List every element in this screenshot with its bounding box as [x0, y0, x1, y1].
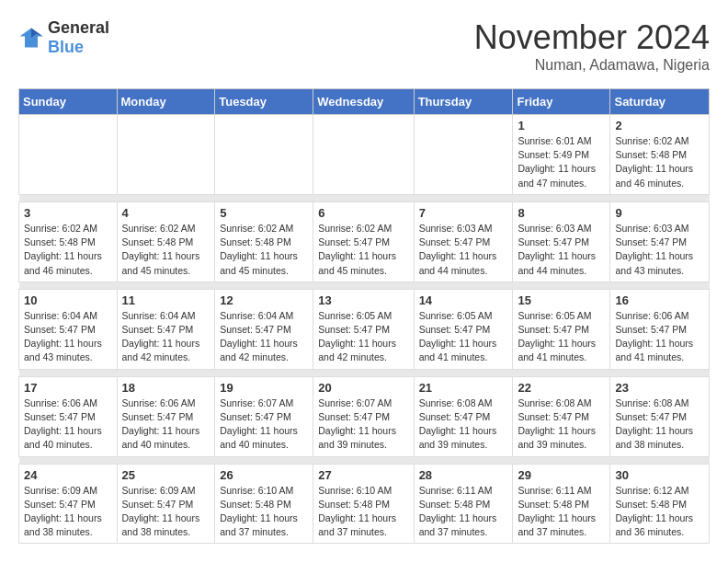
- day-number: 20: [318, 381, 408, 395]
- day-number: 11: [122, 293, 210, 307]
- week-row-2: 10Sunrise: 6:04 AM Sunset: 5:47 PM Dayli…: [19, 289, 710, 369]
- day-info: Sunrise: 6:03 AM Sunset: 5:47 PM Dayligh…: [419, 222, 508, 278]
- weekday-header-row: SundayMondayTuesdayWednesdayThursdayFrid…: [19, 89, 710, 115]
- day-cell: 11Sunrise: 6:04 AM Sunset: 5:47 PM Dayli…: [117, 289, 215, 369]
- day-number: 1: [518, 119, 605, 132]
- day-info: Sunrise: 6:01 AM Sunset: 5:49 PM Dayligh…: [518, 134, 605, 190]
- day-number: 14: [419, 293, 508, 307]
- day-number: 26: [220, 468, 308, 482]
- day-cell: 13Sunrise: 6:05 AM Sunset: 5:47 PM Dayli…: [313, 289, 414, 369]
- day-cell: 4Sunrise: 6:02 AM Sunset: 5:48 PM Daylig…: [117, 201, 215, 282]
- calendar-page: General Blue November 2024 Numan, Adamaw…: [0, 0, 728, 553]
- day-cell: 26Sunrise: 6:10 AM Sunset: 5:48 PM Dayli…: [215, 464, 313, 544]
- weekday-header-monday: Monday: [117, 89, 215, 115]
- location-title: Numan, Adamawa, Nigeria: [474, 57, 710, 74]
- week-row-1: 3Sunrise: 6:02 AM Sunset: 5:48 PM Daylig…: [19, 201, 710, 282]
- day-number: 19: [220, 381, 308, 395]
- day-number: 6: [318, 206, 408, 220]
- day-cell: 24Sunrise: 6:09 AM Sunset: 5:47 PM Dayli…: [19, 464, 118, 544]
- day-cell: 30Sunrise: 6:12 AM Sunset: 5:48 PM Dayli…: [610, 464, 710, 544]
- day-info: Sunrise: 6:05 AM Sunset: 5:47 PM Dayligh…: [318, 309, 408, 365]
- logo-blue: Blue: [48, 38, 84, 56]
- day-cell: 2Sunrise: 6:02 AM Sunset: 5:48 PM Daylig…: [610, 115, 710, 195]
- day-number: 27: [318, 468, 408, 482]
- day-info: Sunrise: 6:05 AM Sunset: 5:47 PM Dayligh…: [419, 309, 508, 365]
- weekday-header-sunday: Sunday: [19, 89, 118, 115]
- weekday-header-tuesday: Tuesday: [215, 89, 313, 115]
- day-number: 3: [24, 206, 112, 220]
- day-number: 7: [419, 206, 508, 220]
- day-cell: 6Sunrise: 6:02 AM Sunset: 5:47 PM Daylig…: [313, 201, 414, 282]
- day-number: 4: [122, 206, 210, 220]
- day-info: Sunrise: 6:09 AM Sunset: 5:47 PM Dayligh…: [24, 484, 112, 540]
- day-cell: 25Sunrise: 6:09 AM Sunset: 5:47 PM Dayli…: [117, 464, 215, 544]
- day-info: Sunrise: 6:07 AM Sunset: 5:47 PM Dayligh…: [318, 396, 408, 453]
- day-info: Sunrise: 6:06 AM Sunset: 5:47 PM Dayligh…: [615, 309, 704, 365]
- day-cell: [313, 115, 414, 195]
- day-cell: 9Sunrise: 6:03 AM Sunset: 5:47 PM Daylig…: [610, 201, 710, 282]
- day-cell: 3Sunrise: 6:02 AM Sunset: 5:48 PM Daylig…: [19, 201, 118, 282]
- day-info: Sunrise: 6:05 AM Sunset: 5:47 PM Dayligh…: [518, 309, 605, 365]
- day-info: Sunrise: 6:10 AM Sunset: 5:48 PM Dayligh…: [318, 484, 408, 540]
- week-row-0: 1Sunrise: 6:01 AM Sunset: 5:49 PM Daylig…: [19, 115, 710, 195]
- header: General Blue November 2024 Numan, Adamaw…: [18, 18, 710, 74]
- day-cell: 5Sunrise: 6:02 AM Sunset: 5:48 PM Daylig…: [215, 201, 313, 282]
- day-cell: 23Sunrise: 6:08 AM Sunset: 5:47 PM Dayli…: [610, 376, 710, 456]
- day-cell: 17Sunrise: 6:06 AM Sunset: 5:47 PM Dayli…: [19, 376, 118, 456]
- day-info: Sunrise: 6:12 AM Sunset: 5:48 PM Dayligh…: [615, 484, 704, 540]
- day-cell: [215, 115, 313, 195]
- day-number: 28: [419, 468, 508, 482]
- day-number: 12: [220, 293, 308, 307]
- day-cell: 21Sunrise: 6:08 AM Sunset: 5:47 PM Dayli…: [414, 376, 513, 456]
- day-cell: [117, 115, 215, 195]
- day-cell: 14Sunrise: 6:05 AM Sunset: 5:47 PM Dayli…: [414, 289, 513, 369]
- day-info: Sunrise: 6:08 AM Sunset: 5:47 PM Dayligh…: [615, 396, 704, 453]
- logo-text: General Blue: [48, 18, 109, 57]
- day-number: 16: [615, 293, 704, 307]
- day-cell: 12Sunrise: 6:04 AM Sunset: 5:47 PM Dayli…: [215, 289, 313, 369]
- title-area: November 2024 Numan, Adamawa, Nigeria: [474, 18, 710, 74]
- day-cell: 28Sunrise: 6:11 AM Sunset: 5:48 PM Dayli…: [414, 464, 513, 544]
- day-info: Sunrise: 6:09 AM Sunset: 5:47 PM Dayligh…: [122, 484, 210, 540]
- day-cell: 27Sunrise: 6:10 AM Sunset: 5:48 PM Dayli…: [313, 464, 414, 544]
- day-cell: 20Sunrise: 6:07 AM Sunset: 5:47 PM Dayli…: [313, 376, 414, 456]
- day-number: 24: [24, 468, 112, 482]
- day-cell: 18Sunrise: 6:06 AM Sunset: 5:47 PM Dayli…: [117, 376, 215, 456]
- row-separator: [19, 369, 710, 376]
- logo-icon: [18, 25, 44, 51]
- day-info: Sunrise: 6:02 AM Sunset: 5:48 PM Dayligh…: [615, 134, 704, 190]
- day-info: Sunrise: 6:08 AM Sunset: 5:47 PM Dayligh…: [518, 396, 605, 453]
- week-row-4: 24Sunrise: 6:09 AM Sunset: 5:47 PM Dayli…: [19, 464, 710, 544]
- day-cell: [19, 115, 118, 195]
- month-title: November 2024: [474, 18, 710, 57]
- day-number: 22: [518, 381, 605, 395]
- day-number: 5: [220, 206, 308, 220]
- row-separator: [19, 282, 710, 289]
- week-row-3: 17Sunrise: 6:06 AM Sunset: 5:47 PM Dayli…: [19, 376, 710, 456]
- day-cell: 19Sunrise: 6:07 AM Sunset: 5:47 PM Dayli…: [215, 376, 313, 456]
- day-info: Sunrise: 6:03 AM Sunset: 5:47 PM Dayligh…: [518, 222, 605, 278]
- day-number: 13: [318, 293, 408, 307]
- day-info: Sunrise: 6:11 AM Sunset: 5:48 PM Dayligh…: [518, 484, 605, 540]
- weekday-header-friday: Friday: [513, 89, 610, 115]
- day-cell: 29Sunrise: 6:11 AM Sunset: 5:48 PM Dayli…: [513, 464, 610, 544]
- day-cell: 1Sunrise: 6:01 AM Sunset: 5:49 PM Daylig…: [513, 115, 610, 195]
- day-info: Sunrise: 6:06 AM Sunset: 5:47 PM Dayligh…: [24, 396, 112, 453]
- day-info: Sunrise: 6:04 AM Sunset: 5:47 PM Dayligh…: [220, 309, 308, 365]
- day-cell: 15Sunrise: 6:05 AM Sunset: 5:47 PM Dayli…: [513, 289, 610, 369]
- day-cell: 10Sunrise: 6:04 AM Sunset: 5:47 PM Dayli…: [19, 289, 118, 369]
- logo-general: General: [48, 18, 109, 37]
- day-number: 30: [615, 468, 704, 482]
- day-cell: 8Sunrise: 6:03 AM Sunset: 5:47 PM Daylig…: [513, 201, 610, 282]
- day-number: 15: [518, 293, 605, 307]
- day-number: 18: [122, 381, 210, 395]
- day-info: Sunrise: 6:04 AM Sunset: 5:47 PM Dayligh…: [24, 309, 112, 365]
- day-number: 8: [518, 206, 605, 220]
- day-number: 29: [518, 468, 605, 482]
- calendar-table: SundayMondayTuesdayWednesdayThursdayFrid…: [18, 88, 710, 544]
- day-cell: 16Sunrise: 6:06 AM Sunset: 5:47 PM Dayli…: [610, 289, 710, 369]
- day-cell: 22Sunrise: 6:08 AM Sunset: 5:47 PM Dayli…: [513, 376, 610, 456]
- day-number: 10: [24, 293, 112, 307]
- logo: General Blue: [18, 18, 109, 57]
- day-info: Sunrise: 6:11 AM Sunset: 5:48 PM Dayligh…: [419, 484, 508, 540]
